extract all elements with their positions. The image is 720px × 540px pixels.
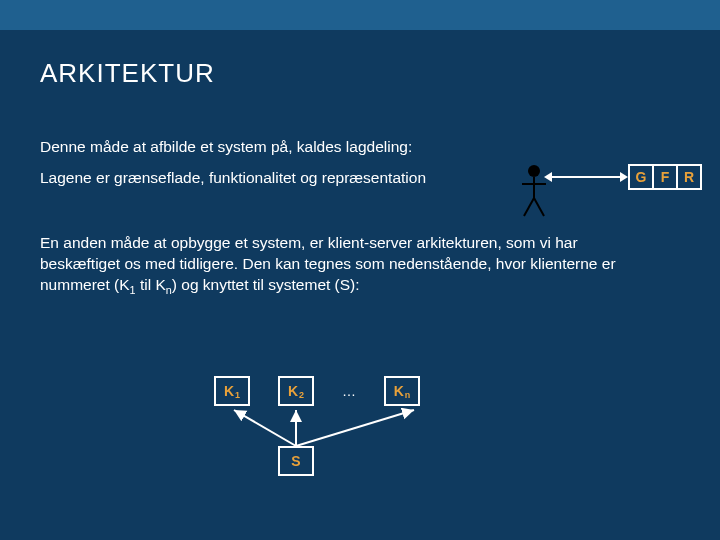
- client-k-label: K: [288, 383, 298, 399]
- server-box-wrap: S: [278, 446, 474, 476]
- client-k2-sub: 2: [299, 390, 304, 400]
- client-server-diagram: K1 K2 … Kn S: [214, 376, 474, 496]
- svg-line-3: [524, 198, 534, 216]
- header-band: [0, 0, 720, 30]
- layer-box-g: G: [628, 164, 654, 190]
- client-row: K1 K2 … Kn: [214, 376, 474, 406]
- client-box-kn: Kn: [384, 376, 420, 406]
- svg-line-7: [296, 410, 414, 446]
- ellipsis: …: [342, 383, 356, 399]
- client-k-label: K: [394, 383, 404, 399]
- server-arrows: [214, 406, 474, 446]
- p3-text-mid: til K: [136, 276, 166, 293]
- layer-boxes: G F R: [628, 164, 702, 190]
- client-box-k2: K2: [278, 376, 314, 406]
- p3-text-post: ) og knyttet til systemet (S):: [172, 276, 360, 293]
- svg-line-5: [234, 410, 296, 446]
- paragraph-layering-intro: Denne måde at afbilde et system på, kald…: [40, 137, 680, 158]
- client-box-k1: K1: [214, 376, 250, 406]
- layer-box-f: F: [652, 164, 678, 190]
- client-k-label: K: [224, 383, 234, 399]
- actor-layers-diagram: G F R: [520, 164, 700, 234]
- paragraph-client-server: En anden måde at opbygge et system, er k…: [40, 233, 660, 298]
- server-box: S: [278, 446, 314, 476]
- client-kn-sub: n: [405, 390, 411, 400]
- layer-box-r: R: [676, 164, 702, 190]
- page-title: ARKITEKTUR: [0, 30, 720, 89]
- svg-line-4: [534, 198, 544, 216]
- client-k1-sub: 1: [235, 390, 240, 400]
- svg-point-0: [528, 165, 540, 177]
- bidirectional-arrow-icon: [550, 176, 622, 178]
